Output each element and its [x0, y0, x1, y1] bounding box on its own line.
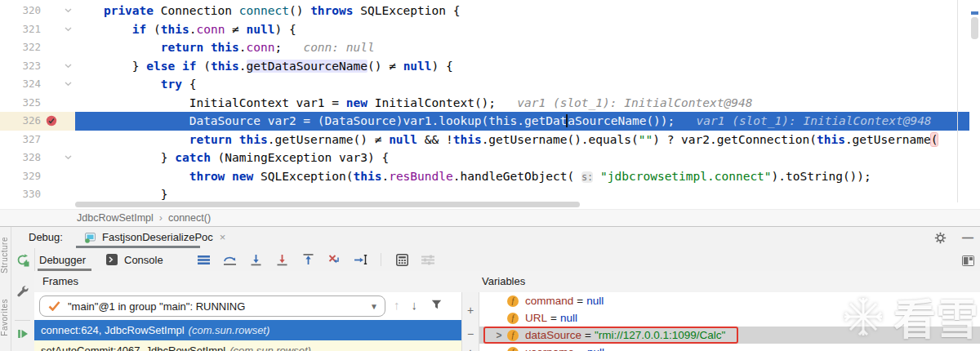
- breakpoint-icon[interactable]: [42, 112, 60, 131]
- thread-running-check-icon: [47, 299, 61, 313]
- frames-panel-title: Frames: [42, 275, 78, 287]
- line-number: 324: [0, 75, 42, 94]
- chevron-down-icon: ▼: [370, 302, 378, 311]
- variables-panel: fcommand=nullfURL=null>fdataSource="rmi:…: [479, 292, 980, 351]
- panel-headers: Frames Variables: [34, 271, 980, 293]
- gutter[interactable]: 323: [0, 57, 75, 76]
- gutter[interactable]: 324: [0, 75, 75, 94]
- gutter[interactable]: 322: [0, 38, 75, 57]
- stack-frame-row[interactable]: setAutoCommit:4067, JdbcRowSetImpl(com.s…: [34, 340, 461, 351]
- fold-marker-icon[interactable]: [60, 75, 75, 94]
- fold-marker-icon[interactable]: [60, 149, 75, 167]
- debug-label: Debug:: [29, 231, 63, 243]
- variable-row[interactable]: fURL=null: [479, 309, 980, 327]
- horizontal-scrollbar[interactable]: [0, 201, 980, 208]
- debug-session-tab[interactable]: FastjsonDeserializePoc ×: [78, 229, 230, 246]
- variable-name: URL: [525, 312, 547, 324]
- code-line[interactable]: 329 throw new SQLException(this.resBundl…: [0, 167, 969, 186]
- code-line[interactable]: 323 } else if (this.getDataSourceName() …: [0, 57, 969, 76]
- code-text: return this.getUsername() ≠ null && !thi…: [75, 131, 969, 149]
- variable-name: username: [525, 346, 574, 351]
- settings-wrench-icon[interactable]: [16, 284, 29, 298]
- code-text: DataSource var2 = (DataSource)var1.looku…: [75, 112, 969, 131]
- frame-location: setAutoCommit:4067, JdbcRowSetImpl: [41, 344, 225, 351]
- gutter[interactable]: 326: [0, 112, 75, 131]
- drop-frame-icon[interactable]: [327, 252, 341, 267]
- step-into-icon[interactable]: [248, 252, 263, 267]
- rerun-button[interactable]: [16, 253, 29, 267]
- stripe-label-favorites[interactable]: Favorites: [0, 299, 9, 336]
- code-line[interactable]: 328 } catch (NamingException var3) {: [0, 149, 969, 167]
- gutter[interactable]: 328: [0, 149, 75, 167]
- code-line[interactable]: 321 if (this.conn ≠ null) {: [0, 20, 969, 39]
- line-number: 320: [0, 2, 42, 20]
- step-over-icon[interactable]: [222, 252, 237, 267]
- gutter[interactable]: 320: [0, 2, 75, 20]
- hide-window-icon[interactable]: —: [962, 233, 973, 242]
- vertical-scrollbar[interactable]: [969, 0, 980, 202]
- code-line[interactable]: 325 InitialContext var1 = new InitialCon…: [0, 94, 969, 113]
- stripe-label-structure[interactable]: Structure: [0, 237, 9, 273]
- breadcrumb-separator: ›: [159, 212, 163, 224]
- fold-marker-icon[interactable]: [60, 2, 75, 20]
- tab-debugger[interactable]: Debugger: [39, 248, 86, 271]
- code-line[interactable]: 320 private Connection connect() throws …: [0, 2, 969, 20]
- fold-marker-icon[interactable]: [60, 20, 75, 39]
- debug-header: Debug: FastjsonDeserializePoc × —: [11, 227, 980, 248]
- code-line[interactable]: 324 try {: [0, 75, 969, 94]
- view-menu-icon[interactable]: [196, 252, 211, 267]
- layout-settings-icon[interactable]: [421, 252, 435, 267]
- debugger-toolbar: Debugger Console: [34, 248, 980, 272]
- variable-row[interactable]: fcommand=null: [479, 292, 980, 309]
- scrollbar-mark: [971, 11, 978, 15]
- equals-sign: =: [577, 346, 584, 351]
- add-watch-button[interactable]: +: [462, 304, 479, 316]
- thread-selector-dropdown[interactable]: "main"@1 in group "main": RUNNING ▼: [39, 295, 385, 317]
- gear-icon[interactable]: [933, 230, 947, 245]
- close-icon[interactable]: ×: [220, 231, 226, 243]
- resume-button[interactable]: [16, 327, 29, 340]
- previous-frame-icon[interactable]: ↑: [394, 298, 400, 312]
- line-number: 329: [0, 167, 42, 186]
- scrollbar-thumb[interactable]: [75, 202, 580, 207]
- line-number: 326: [0, 112, 42, 131]
- move-watch-up-button[interactable]: ▲: [462, 346, 479, 351]
- restore-layout-icon[interactable]: [960, 253, 975, 268]
- gutter[interactable]: 325: [0, 94, 75, 113]
- line-number: 328: [0, 149, 42, 167]
- code-text: throw new SQLException(this.resBundle.ha…: [75, 167, 969, 186]
- fold-marker-icon[interactable]: [60, 57, 75, 76]
- tab-console[interactable]: Console: [105, 248, 163, 271]
- run-to-cursor-icon[interactable]: [353, 252, 368, 267]
- equals-sign: =: [550, 312, 557, 324]
- right-margin-guide: [957, 0, 958, 202]
- variable-row[interactable]: >fdataSource="rmi://127.0.0.1:1099/Calc": [479, 327, 980, 344]
- step-out-icon[interactable]: [301, 252, 315, 267]
- code-editor[interactable]: 320 private Connection connect() throws …: [0, 0, 980, 209]
- code-line[interactable]: 326 DataSource var2 = (DataSource)var1.l…: [0, 112, 969, 131]
- scrollbar-thumb[interactable]: [971, 17, 978, 39]
- code-line[interactable]: 322 return this.conn; conn: null: [0, 38, 969, 57]
- variable-row[interactable]: fusername=null: [479, 344, 980, 351]
- frames-panel: "main"@1 in group "main": RUNNING ▼ ↑ ↓ …: [34, 292, 461, 351]
- remove-watch-button[interactable]: −: [462, 328, 479, 340]
- code-line[interactable]: 327 return this.getUsername() ≠ null && …: [0, 131, 969, 149]
- force-step-into-icon[interactable]: [274, 252, 289, 267]
- breadcrumb-class[interactable]: JdbcRowSetImpl: [77, 212, 154, 224]
- breadcrumb-method[interactable]: connect(): [168, 212, 211, 224]
- gutter[interactable]: 321: [0, 20, 75, 39]
- watches-toolbar: + − ▲: [461, 292, 479, 351]
- gutter[interactable]: 327: [0, 131, 75, 149]
- gutter[interactable]: 329: [0, 167, 75, 186]
- next-frame-icon[interactable]: ↓: [412, 298, 418, 312]
- stack-frame-row[interactable]: connect:624, JdbcRowSetImpl(com.sun.rows…: [34, 320, 461, 340]
- line-number: 322: [0, 38, 42, 57]
- filter-funnel-icon[interactable]: [429, 297, 443, 312]
- evaluate-expression-icon[interactable]: [394, 252, 409, 267]
- variable-value: null: [560, 312, 577, 324]
- ide-window: 320 private Connection connect() throws …: [0, 0, 980, 351]
- variables-panel-title: Variables: [482, 275, 525, 287]
- code-text: try {: [75, 75, 969, 94]
- debug-tool-window: Structure Favorites Debug: FastjsonDeser…: [0, 226, 980, 351]
- toolbar-divider: [15, 320, 30, 321]
